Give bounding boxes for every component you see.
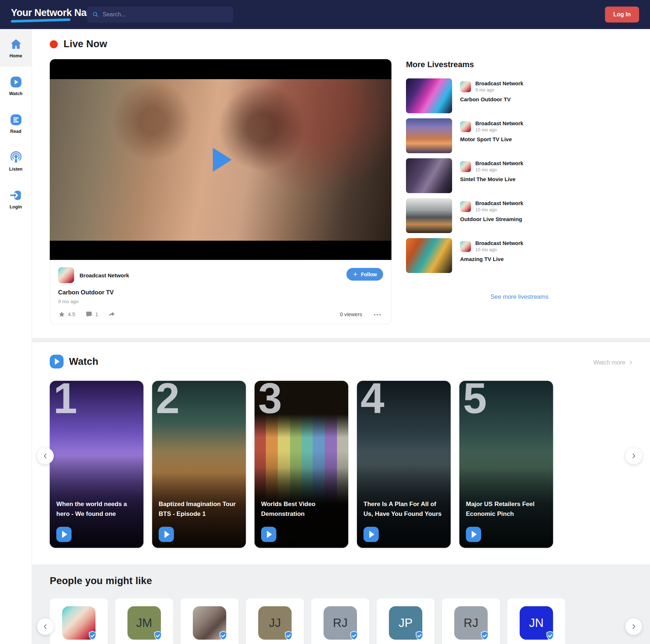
person-avatar[interactable] bbox=[193, 606, 226, 640]
avatar-initials: RJ bbox=[333, 616, 348, 630]
network-logo[interactable]: Your Network Name bbox=[11, 7, 76, 22]
follow-button[interactable]: Follow bbox=[346, 268, 383, 281]
livestream-thumbnail[interactable] bbox=[406, 78, 452, 113]
chevron-left-icon bbox=[42, 453, 48, 459]
person-avatar[interactable]: JP bbox=[389, 606, 422, 640]
sidebar-item-read[interactable]: Read bbox=[0, 105, 32, 142]
channel-name: Broadcast Network bbox=[475, 200, 523, 206]
person-card: RJ RJ Johnston 0 Followers bbox=[442, 598, 500, 644]
livestream-list: Broadcast Network 9 mo ago Carbon Outdoo… bbox=[406, 78, 633, 273]
verified-badge-icon bbox=[479, 631, 490, 641]
play-button[interactable] bbox=[466, 527, 481, 542]
livestream-title[interactable]: Carbon Outdoor TV bbox=[460, 96, 523, 102]
person-avatar[interactable]: RJ bbox=[454, 606, 488, 640]
person-card: RJ RJ Johnston 1 Followers bbox=[311, 598, 369, 644]
person-avatar[interactable]: JN bbox=[520, 606, 553, 640]
person-avatar[interactable]: RJ bbox=[324, 606, 357, 640]
more-options-icon[interactable]: ••• bbox=[374, 311, 382, 318]
watch-card[interactable]: 3 Worlds Best Video Demonstration bbox=[255, 381, 348, 548]
livestream-item[interactable]: Broadcast Network 10 mo ago Sintel The M… bbox=[406, 158, 633, 193]
livestream-title[interactable]: Amazing TV Live bbox=[460, 256, 523, 262]
channel-avatar[interactable] bbox=[58, 267, 74, 283]
main-content: Live Now Broadcast Network bbox=[32, 29, 650, 644]
play-button[interactable] bbox=[159, 527, 174, 542]
timestamp: 9 mo ago bbox=[475, 87, 523, 93]
livestream-title[interactable]: Motor Sport TV Live bbox=[460, 136, 523, 142]
verified-badge-icon bbox=[349, 631, 359, 641]
sidebar-label: Read bbox=[10, 129, 21, 134]
people-card-list: Broadcast... 6 Followers Follow JM bbox=[50, 598, 650, 644]
podcast-icon bbox=[9, 151, 23, 164]
sidebar-item-listen[interactable]: Listen bbox=[0, 142, 32, 180]
livestream-thumbnail[interactable] bbox=[406, 158, 452, 193]
avatar-initials: RJ bbox=[464, 616, 478, 630]
sidebar-label: Watch bbox=[9, 91, 23, 96]
person-card: Broadcast... 6 Followers Follow bbox=[50, 598, 108, 644]
video-play-icon[interactable] bbox=[213, 148, 232, 172]
livestream-thumbnail[interactable] bbox=[406, 118, 452, 153]
verified-badge-icon bbox=[414, 631, 425, 641]
person-avatar[interactable]: JM bbox=[127, 606, 161, 640]
livestream-title[interactable]: Outdoor Live Streaming bbox=[460, 216, 523, 222]
sidebar-item-watch[interactable]: Watch bbox=[0, 67, 32, 105]
section-title-more-livestreams: More Livestreams bbox=[406, 60, 633, 69]
rank-number: 2 bbox=[156, 381, 180, 424]
avatar-initials: JP bbox=[399, 616, 413, 630]
watch-card[interactable]: 1 When the world needs a hero - We found… bbox=[50, 381, 143, 548]
channel-name[interactable]: Broadcast Network bbox=[80, 272, 129, 278]
search-box bbox=[87, 7, 233, 23]
sidebar-label: Login bbox=[9, 204, 22, 209]
share-button[interactable] bbox=[108, 311, 115, 318]
video-timestamp: 9 mo ago bbox=[58, 299, 383, 304]
person-avatar[interactable]: JJ bbox=[258, 606, 292, 640]
livestream-thumbnail[interactable] bbox=[406, 238, 452, 273]
carousel-prev-button[interactable] bbox=[37, 448, 54, 464]
carousel-next-button[interactable] bbox=[625, 448, 642, 464]
livestream-item[interactable]: Broadcast Network 10 mo ago Amazing TV L… bbox=[406, 238, 633, 273]
comments-stat[interactable]: 1 bbox=[85, 311, 98, 318]
sidebar-label: Home bbox=[9, 53, 22, 58]
rank-number: 4 bbox=[361, 381, 385, 424]
livestream-item[interactable]: Broadcast Network 10 mo ago Motor Sport … bbox=[406, 118, 633, 153]
see-more-livestreams-link[interactable]: See more livestreams bbox=[491, 293, 549, 300]
sidebar-item-home[interactable]: Home bbox=[0, 29, 32, 67]
watch-card[interactable]: 5 Major US Retailers Feel Economic Pinch bbox=[459, 381, 553, 548]
watch-card[interactable]: 2 Baptized Imagination Tour BTS - Episod… bbox=[152, 381, 246, 548]
carousel-next-button[interactable] bbox=[625, 618, 642, 635]
watch-card-title: When the world needs a hero - We found o… bbox=[56, 500, 139, 519]
person-avatar[interactable] bbox=[62, 606, 96, 640]
play-button[interactable] bbox=[363, 527, 379, 542]
channel-avatar bbox=[460, 201, 471, 212]
watch-card-title: Major US Retailers Feel Economic Pinch bbox=[466, 500, 549, 519]
play-button[interactable] bbox=[261, 527, 276, 542]
watch-more-link[interactable]: Watch more bbox=[593, 359, 633, 366]
channel-avatar bbox=[460, 161, 471, 172]
livestream-item[interactable]: Broadcast Network 9 mo ago Carbon Outdoo… bbox=[406, 78, 633, 113]
person-card: Angela... 1 Followers Follow bbox=[180, 598, 239, 644]
play-button[interactable] bbox=[56, 527, 72, 542]
livestream-thumbnail[interactable] bbox=[406, 198, 452, 233]
login-button[interactable]: Log In bbox=[605, 7, 639, 23]
section-title-people: People you might like bbox=[50, 575, 650, 587]
livestream-title[interactable]: Sintel The Movie Live bbox=[460, 176, 523, 182]
livestream-item[interactable]: Broadcast Network 10 mo ago Outdoor Live… bbox=[406, 198, 633, 233]
channel-avatar bbox=[460, 81, 471, 92]
watch-card-title: There Is A Plan For All of Us, Have You … bbox=[363, 500, 446, 519]
left-sidebar: Home Watch Read List bbox=[0, 29, 32, 644]
plus-icon bbox=[353, 272, 358, 277]
watch-card[interactable]: 4 There Is A Plan For All of Us, Have Yo… bbox=[357, 381, 451, 548]
chevron-right-icon bbox=[631, 624, 637, 629]
featured-video-player[interactable] bbox=[50, 59, 391, 260]
follow-label: Follow bbox=[361, 272, 377, 277]
section-title-watch: Watch bbox=[69, 356, 98, 367]
person-card: JN John Norback 0 Followers bbox=[507, 598, 565, 644]
top-navbar: Your Network Name Log In bbox=[0, 0, 650, 29]
rank-number: 1 bbox=[53, 381, 77, 424]
search-input[interactable] bbox=[102, 11, 228, 18]
sidebar-item-login[interactable]: Login bbox=[0, 180, 32, 218]
timestamp: 10 mo ago bbox=[475, 167, 523, 172]
carousel-prev-button[interactable] bbox=[37, 618, 54, 635]
rating-stat[interactable]: 4.5 bbox=[58, 311, 75, 318]
video-title[interactable]: Carbon Outdoor TV bbox=[58, 289, 383, 296]
viewer-count: 0 viewers bbox=[340, 311, 362, 317]
